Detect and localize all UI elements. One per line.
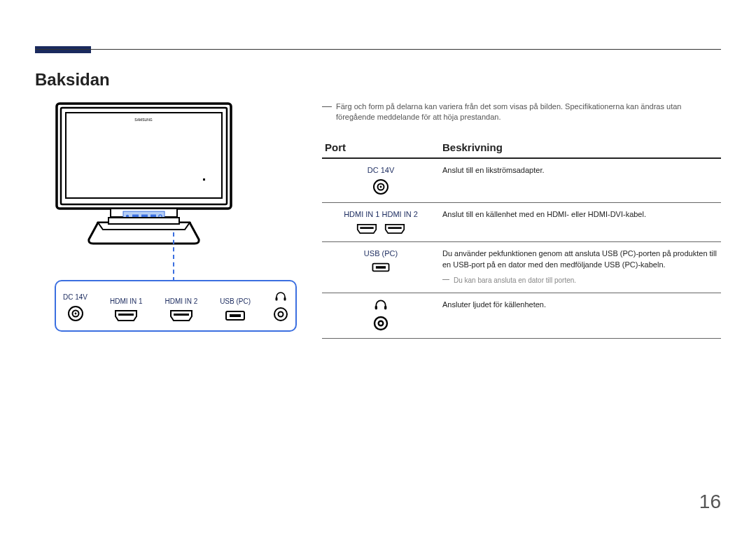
svg-rect-30: [384, 306, 386, 309]
row-label: HDMI IN 1 HDMI IN 2: [325, 209, 437, 220]
usb-icon: [225, 309, 246, 322]
dc-jack-icon: [372, 178, 389, 195]
svg-rect-14: [118, 314, 134, 316]
row-label: DC 14V: [325, 164, 437, 176]
monitor-brand: SAMSUNG: [134, 118, 152, 122]
usb-icon: [371, 262, 391, 273]
port-label-hdmi2: HDMI IN 2: [165, 297, 198, 305]
svg-point-32: [379, 321, 384, 326]
svg-rect-10: [108, 218, 179, 224]
table-row: USB (PC) Du använder pekfunktionen genom…: [322, 241, 721, 293]
port-hdmi1: HDMI IN 1: [110, 297, 143, 322]
svg-rect-19: [284, 297, 286, 301]
page-number: 16: [699, 491, 721, 513]
headphone-icon: [274, 291, 287, 301]
port-panel-zoom: DC 14V HDMI IN 1 HDMI IN 2: [55, 280, 297, 332]
audio-jack-icon: [273, 307, 288, 322]
row-subnote: Du kan bara ansluta en dator till porten…: [442, 275, 718, 286]
top-rule: [35, 49, 721, 50]
table-row: DC 14V Anslut till en likströmsadapter.: [322, 158, 721, 203]
row-subnote-text: Du kan bara ansluta en dator till porten…: [454, 275, 576, 286]
audio-jack-icon: [373, 316, 388, 331]
table-row: Ansluter ljudet för källenheten.: [322, 293, 721, 339]
port-label-headphone: [274, 291, 287, 302]
row-desc: Du använder pekfunktionen genom att ansl…: [440, 241, 721, 293]
port-label-usb: USB (PC): [220, 297, 251, 305]
svg-point-20: [274, 308, 287, 321]
hdmi-icon: [384, 223, 405, 234]
top-rule-line: [35, 49, 721, 50]
variation-note-text: Färg och form på delarna kan variera frå…: [336, 101, 721, 123]
table-head-desc: Beskrivning: [440, 137, 721, 158]
port-hdmi2: HDMI IN 2: [165, 297, 198, 322]
svg-rect-2: [66, 113, 222, 198]
row-desc: Ansluter ljudet för källenheten.: [440, 293, 721, 339]
document-page: Baksidan SAMSUNG: [0, 0, 756, 534]
svg-rect-15: [174, 314, 189, 316]
table-head-port: Port: [322, 137, 440, 158]
port-table: Port Beskrivning DC 14V: [322, 137, 721, 339]
row-label: [325, 299, 437, 314]
svg-rect-29: [375, 306, 377, 309]
svg-point-21: [278, 312, 283, 317]
monitor-illustration: SAMSUNG: [55, 101, 233, 252]
note-dash-icon: [442, 279, 449, 286]
port-dc14v: DC 14V: [63, 293, 88, 322]
headphone-icon: [374, 299, 388, 310]
section-title: Baksidan: [35, 70, 110, 90]
callout-line: [173, 232, 174, 281]
svg-rect-3: [203, 178, 205, 181]
port-label-hdmi1: HDMI IN 1: [110, 297, 143, 305]
svg-rect-17: [230, 314, 241, 317]
hdmi-icon: [169, 309, 193, 322]
row-label: USB (PC): [325, 248, 437, 260]
svg-point-24: [380, 186, 382, 188]
svg-rect-28: [376, 267, 386, 269]
variation-note: Färg och form på delarna kan variera frå…: [322, 101, 721, 123]
hdmi-icon: [114, 309, 138, 322]
svg-rect-18: [275, 297, 277, 301]
hdmi-icon: [356, 223, 377, 234]
row-port-dc14v: DC 14V: [322, 158, 440, 203]
row-desc: Anslut till en källenhet med en HDMI- el…: [440, 203, 721, 242]
row-desc: Anslut till en likströmsadapter.: [440, 158, 721, 203]
row-port-usb: USB (PC): [322, 241, 440, 293]
table-row: HDMI IN 1 HDMI IN 2 Ans: [322, 203, 721, 242]
dc-jack-icon: [67, 305, 84, 322]
svg-point-31: [374, 317, 387, 330]
svg-rect-26: [388, 227, 401, 229]
port-headphone: [273, 291, 288, 322]
svg-point-13: [74, 313, 76, 315]
svg-rect-25: [360, 227, 373, 229]
port-label-dc14v: DC 14V: [63, 293, 88, 301]
row-port-headphone: [322, 293, 440, 339]
port-usb: USB (PC): [220, 297, 251, 322]
note-dash-icon: [322, 106, 332, 123]
product-diagram: SAMSUNG DC 14V: [55, 101, 286, 332]
top-rule-accent: [35, 46, 91, 53]
row-port-hdmi: HDMI IN 1 HDMI IN 2: [322, 203, 440, 242]
row-desc-text: Du använder pekfunktionen genom att ansl…: [442, 249, 717, 269]
description-column: Färg och form på delarna kan variera frå…: [322, 101, 721, 339]
